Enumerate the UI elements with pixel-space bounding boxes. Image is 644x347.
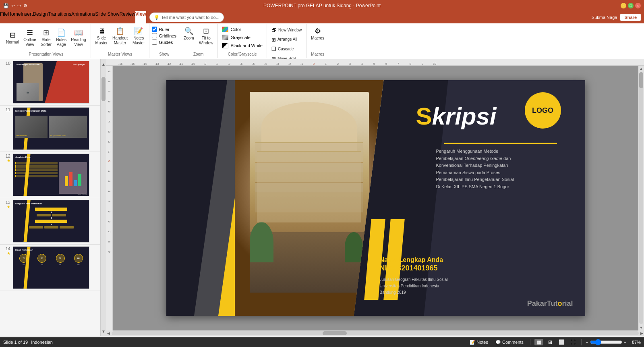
scroll-right-button[interactable]: ▶: [640, 330, 644, 336]
status-separator2: [581, 339, 582, 345]
normal-view-icon: ⊟: [10, 31, 16, 40]
save-icon[interactable]: 💾: [3, 3, 9, 8]
color-option[interactable]: Color: [220, 26, 264, 33]
close-button[interactable]: ×: [635, 3, 641, 8]
thumb-img2-10: 📷: [17, 83, 39, 101]
horizontal-scrollbar[interactable]: ◀ ▶: [106, 330, 644, 336]
arrange-all-icon: ⊞: [271, 37, 276, 43]
thumb-title-14: Hasil Penelitian: [15, 249, 33, 251]
main-slide[interactable]: LOGO Skripsi Pengaruh Menggunaan Metode …: [166, 80, 585, 316]
normal-view-button[interactable]: ⊟ Normal: [4, 30, 21, 46]
zoom-button[interactable]: 🔍 Zoom: [182, 26, 196, 42]
list-item[interactable]: 10 Rancangan Penelitian Pro Lapangan 📷: [0, 59, 100, 106]
handout-master-button[interactable]: 📋 HandoutMaster: [110, 26, 130, 47]
window-buttons: 🗗 New Window ⊞ Arrange All ❐ Cascade ⊟ M…: [269, 25, 304, 64]
list-item[interactable]: 12 ★ Analisis Data: [0, 152, 100, 198]
reading-view-button[interactable]: 📖 ReadingView: [69, 27, 88, 48]
guides-checkbox-label[interactable]: Guides: [152, 39, 176, 45]
gridlines-checkbox[interactable]: [152, 33, 157, 38]
customize-icon[interactable]: ⚙: [23, 3, 27, 8]
zoom-level-label[interactable]: 87%: [628, 340, 641, 345]
slide-thumbnail-14[interactable]: Hasil Penelitian 75 val 58 val 79 val: [13, 246, 89, 289]
slide-jurusan: Jurusan Geografi Fakultas Ilmu Sosial Un…: [380, 276, 448, 296]
menu-insert[interactable]: Insert: [21, 11, 33, 23]
menu-slide-show[interactable]: Slide Show: [95, 11, 119, 23]
menu-animations[interactable]: Animations: [71, 11, 95, 23]
slide-thumbnail-13[interactable]: Diagram Alur Penelitian: [13, 200, 89, 243]
scroll-left-button[interactable]: ◀: [106, 330, 111, 336]
guides-checkbox[interactable]: [152, 39, 157, 45]
menu-transitions[interactable]: Transitions: [48, 11, 71, 23]
slide-nim: NIM: 3201401965: [380, 264, 438, 272]
vertical-scrollbar[interactable]: ▲ ▼: [638, 66, 644, 330]
normal-view-mode-button[interactable]: ▦: [534, 339, 543, 345]
macros-button[interactable]: ⚙ Macros: [309, 26, 326, 42]
fit-to-window-button[interactable]: ⊡ Fit toWindow: [197, 26, 215, 47]
menu-view[interactable]: View: [135, 11, 146, 23]
notes-label: Notes: [476, 340, 488, 345]
notes-master-button[interactable]: 📝 NotesMaster: [130, 26, 147, 47]
maximize-button[interactable]: □: [628, 3, 634, 8]
scrollbar-handle[interactable]: [639, 72, 643, 88]
star-icon-12: ★: [7, 158, 10, 163]
scrollbar-track[interactable]: [639, 72, 643, 324]
new-window-button[interactable]: 🗗 New Window: [269, 26, 304, 35]
thumb-title-10: Rancangan Penelitian: [17, 63, 39, 66]
menu-review[interactable]: Review: [119, 11, 135, 23]
tell-me-input[interactable]: 💡 Tell me what you want to do...: [149, 12, 224, 22]
scrollbar-thumb[interactable]: [101, 77, 106, 101]
slide-master-button[interactable]: 🖥 SlideMaster: [93, 26, 110, 47]
h-scrollbar-track[interactable]: [112, 331, 639, 335]
cascade-button[interactable]: ❐ Cascade: [269, 45, 302, 54]
svg-rect-0: [65, 176, 68, 186]
ruler-checkbox-label[interactable]: Ruler: [152, 27, 176, 32]
notes-button[interactable]: 📝 Notes: [467, 339, 491, 346]
subtitle-line1: Pengaruh Menggunaan Metode: [436, 148, 557, 155]
slide-count: Slide 1 of 19: [3, 340, 28, 345]
reading-mode-button[interactable]: ⬜: [557, 339, 566, 345]
slide-viewport[interactable]: LOGO Skripsi Pengaruh Menggunaan Metode …: [113, 66, 638, 330]
zoom-plus-button[interactable]: +: [624, 340, 626, 345]
slide-sorter-mode-button[interactable]: ⊞: [546, 339, 555, 345]
black-white-option[interactable]: Black and White: [220, 42, 264, 49]
list-item[interactable]: 14 ★ Hasil Penelitian 75 val 58 val: [0, 245, 100, 291]
tell-me-text[interactable]: Tell me what you want to do...: [161, 15, 219, 20]
undo-icon[interactable]: ↩: [11, 3, 15, 8]
slide-thumbnail-11[interactable]: Metode Pengumpulan Data Dokumentasi Tes …: [13, 107, 89, 150]
slide-panel-scrollbar[interactable]: ▲ ▼: [101, 59, 106, 336]
list-item[interactable]: 13 ★ Diagram Alur Penelitian: [0, 198, 100, 245]
slide-thumbnail-12[interactable]: Analisis Data: [13, 154, 89, 196]
h-scrollbar-handle[interactable]: [323, 331, 347, 335]
slide-thumbnail-10[interactable]: Rancangan Penelitian Pro Lapangan 📷: [13, 61, 89, 104]
outline-view-button[interactable]: ☰ OutlineView: [21, 27, 38, 48]
comments-button[interactable]: 💬 Comments: [493, 339, 526, 346]
scroll-down-button[interactable]: ▼: [101, 326, 106, 336]
thumb-right-12: [59, 162, 87, 194]
list-item[interactable]: 11 Metode Pengumpulan Data Dokumentasi T…: [0, 106, 100, 152]
presenter-view-button[interactable]: ⛶: [568, 339, 577, 345]
redo-icon[interactable]: ↪: [17, 3, 21, 8]
scroll-up-button[interactable]: ▲: [639, 66, 644, 71]
arrange-all-button[interactable]: ⊞ Arrange All: [269, 35, 302, 44]
window-group: 🗗 New Window ⊞ Arrange All ❐ Cascade ⊟ M…: [267, 24, 306, 58]
zoom-minus-button[interactable]: −: [586, 340, 588, 345]
scroll-up-button[interactable]: ▲: [101, 59, 106, 69]
zoom-slider-input[interactable]: [590, 339, 622, 345]
share-button[interactable]: Share: [620, 14, 641, 21]
slide-number-14: 14 ★: [2, 246, 10, 256]
notes-page-button[interactable]: 📄 NotesPage: [54, 27, 68, 48]
menu-home[interactable]: Home: [8, 11, 21, 23]
slide-sorter-button[interactable]: ⊞ SlideSorter: [39, 27, 54, 48]
ruler-checkbox[interactable]: [152, 27, 157, 32]
zoom-controls[interactable]: − + 87%: [586, 339, 641, 345]
menu-file[interactable]: File: [0, 11, 8, 23]
building-floor3: [255, 182, 362, 212]
menu-design[interactable]: Design: [33, 11, 48, 23]
minimize-button[interactable]: −: [621, 3, 626, 8]
slide-panel: 10 Rancangan Penelitian Pro Lapangan 📷 1…: [0, 59, 101, 336]
grayscale-option[interactable]: Grayscale: [220, 34, 264, 41]
scroll-down-button[interactable]: ▼: [639, 325, 644, 330]
quick-access-toolbar[interactable]: 💾 ↩ ↪ ⚙: [3, 3, 27, 8]
window-controls[interactable]: − □ ×: [621, 3, 641, 8]
gridlines-checkbox-label[interactable]: Gridlines: [152, 33, 176, 38]
